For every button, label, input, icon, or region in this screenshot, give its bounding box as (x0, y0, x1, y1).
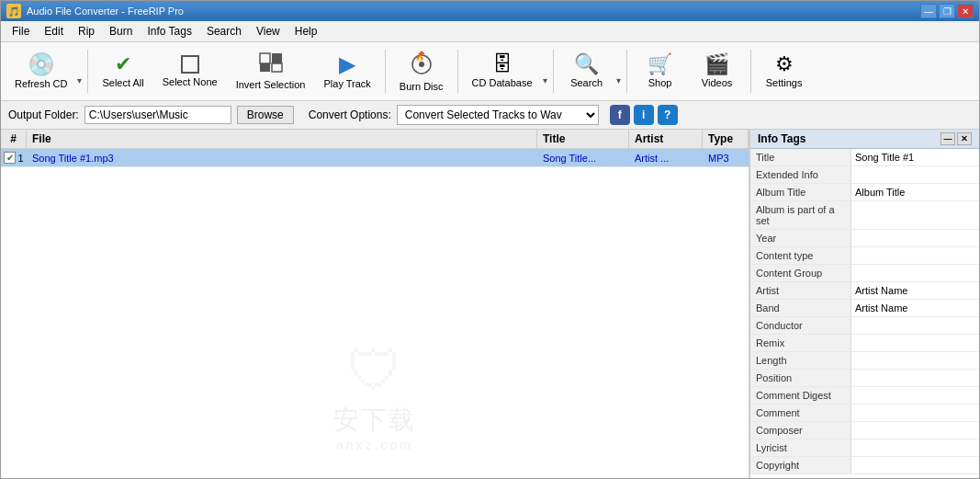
tag-value[interactable] (851, 230, 979, 246)
svg-rect-3 (272, 63, 282, 72)
table-row[interactable]: ✔ 1 Song Title #1.mp3 Song Title... Arti… (1, 149, 749, 167)
tag-value[interactable] (851, 335, 979, 351)
tag-label: Artist (750, 282, 851, 299)
shop-button[interactable]: 🛒 Shop (633, 46, 688, 97)
tag-value[interactable] (851, 405, 979, 421)
info-tag-row: Year (750, 230, 979, 247)
restore-button[interactable]: ❐ (939, 4, 955, 18)
browse-button[interactable]: Browse (237, 106, 294, 124)
row-checkbox[interactable]: ✔ (4, 152, 16, 164)
tag-value[interactable] (851, 317, 979, 334)
info-tag-row: Content Group (750, 265, 979, 282)
output-folder-label: Output Folder: (8, 108, 79, 121)
menu-view[interactable]: View (249, 23, 287, 40)
row-type: MP3 (703, 150, 749, 166)
tag-label: Composer (750, 422, 851, 439)
tag-label: Comment Digest (750, 387, 851, 404)
help-icon[interactable]: ? (658, 105, 678, 125)
tag-label: Comment (750, 405, 851, 421)
menu-file[interactable]: File (5, 23, 37, 40)
tag-value[interactable] (851, 247, 979, 264)
sep6 (750, 50, 751, 93)
facebook-icon[interactable]: f (610, 105, 630, 125)
search-button[interactable]: 🔍 Search (559, 46, 614, 97)
file-list-area: # File Title Artist Type ✔ 1 Song Title … (1, 130, 749, 478)
menu-edit[interactable]: Edit (37, 23, 71, 40)
tag-value[interactable]: Artist Name (851, 282, 979, 299)
tag-label: Position (750, 370, 851, 386)
title-bar: 🎵 Audio File Converter - FreeRIP Pro — ❐… (1, 1, 979, 21)
burn-disc-button[interactable]: 🔥 Burn Disc (391, 46, 452, 97)
tag-value[interactable]: Album Title (851, 184, 979, 200)
col-header-title: Title (537, 130, 629, 148)
info-tags-header: Info Tags — ✕ (750, 130, 979, 149)
info-tag-row: Title Song Title #1 (750, 149, 979, 166)
col-header-artist: Artist (629, 130, 703, 148)
play-track-button[interactable]: ▶ Play Track (315, 46, 378, 97)
row-file: Song Title #1.mp3 (27, 150, 537, 166)
main-area: # File Title Artist Type ✔ 1 Song Title … (1, 130, 979, 478)
menu-info-tags[interactable]: Info Tags (140, 23, 198, 40)
info-tag-row: Composer (750, 422, 979, 439)
tag-value[interactable]: Song Title #1 (851, 149, 979, 165)
burn-disc-icon: 🔥 (410, 51, 434, 78)
refresh-cd-button[interactable]: 💿 Refresh CD (6, 46, 75, 97)
search-dropdown[interactable]: ▾ (614, 46, 621, 97)
menu-help[interactable]: Help (287, 23, 325, 40)
tag-label: Title (750, 149, 851, 165)
watermark-area: 🛡 安下载 anxz.com (1, 314, 749, 478)
tag-label: Band (750, 300, 851, 316)
tag-value[interactable] (851, 370, 979, 386)
tag-value[interactable] (851, 422, 979, 439)
info-tags-header-buttons: — ✕ (941, 132, 972, 145)
info-tags-body: Title Song Title #1 Extended Info Album … (750, 149, 979, 478)
info-tag-row: Extended Info (750, 166, 979, 184)
tag-label: Conductor (750, 317, 851, 334)
tag-value[interactable] (851, 457, 979, 473)
info-tags-panel: Info Tags — ✕ Title Song Title #1 Extend… (749, 130, 979, 478)
select-none-button[interactable]: Select None (154, 46, 226, 97)
tag-label: Content type (750, 247, 851, 264)
info-icon[interactable]: i (634, 105, 654, 125)
svg-rect-1 (272, 53, 282, 63)
tag-value[interactable] (851, 265, 979, 281)
tag-value[interactable] (851, 352, 979, 369)
info-tag-row: Lyricist (750, 439, 979, 457)
info-tag-row: Copyright (750, 457, 979, 474)
app-icon: 🎵 (6, 4, 21, 18)
tag-value[interactable] (851, 387, 979, 404)
select-all-button[interactable]: ✔ Select All (94, 46, 152, 97)
invert-selection-button[interactable]: Invert Selection (228, 46, 314, 97)
convert-options-select[interactable]: Convert Selected Tracks to Wav (397, 105, 599, 125)
cd-database-button[interactable]: 🗄 CD Database (464, 46, 541, 97)
tag-label: Content Group (750, 265, 851, 281)
sep3 (457, 50, 458, 93)
close-button[interactable]: ✕ (957, 4, 974, 18)
menu-search[interactable]: Search (199, 23, 249, 40)
svg-rect-2 (260, 63, 270, 72)
window-title: Audio File Converter - FreeRIP Pro (27, 6, 920, 17)
menu-bar: File Edit Rip Burn Info Tags Search View… (1, 21, 979, 42)
menu-burn[interactable]: Burn (102, 23, 140, 40)
refresh-cd-group: 💿 Refresh CD ▾ (6, 46, 82, 97)
tag-value[interactable]: Artist Name (851, 300, 979, 316)
settings-icon: ⚙ (775, 54, 794, 74)
refresh-cd-dropdown[interactable]: ▾ (75, 46, 82, 97)
info-tags-minimize-btn[interactable]: — (941, 132, 955, 145)
info-tags-close-btn[interactable]: ✕ (957, 132, 972, 145)
cd-database-dropdown[interactable]: ▾ (541, 46, 547, 97)
svg-rect-0 (260, 53, 270, 63)
tag-value[interactable] (851, 166, 979, 183)
menu-rip[interactable]: Rip (71, 23, 102, 40)
tag-value[interactable] (851, 439, 979, 456)
minimize-button[interactable]: — (920, 4, 937, 18)
watermark: 🛡 安下载 anxz.com (333, 339, 416, 452)
main-window: 🎵 Audio File Converter - FreeRIP Pro — ❐… (0, 0, 980, 479)
info-tag-row: Conductor (750, 317, 979, 335)
output-folder-input[interactable] (84, 106, 231, 124)
videos-button[interactable]: 🎬 Videos (690, 46, 745, 97)
settings-button[interactable]: ⚙ Settings (757, 46, 812, 97)
tag-value[interactable] (851, 201, 979, 229)
row-artist: Artist ... (629, 150, 703, 166)
file-list-body: ✔ 1 Song Title #1.mp3 Song Title... Arti… (1, 149, 749, 314)
